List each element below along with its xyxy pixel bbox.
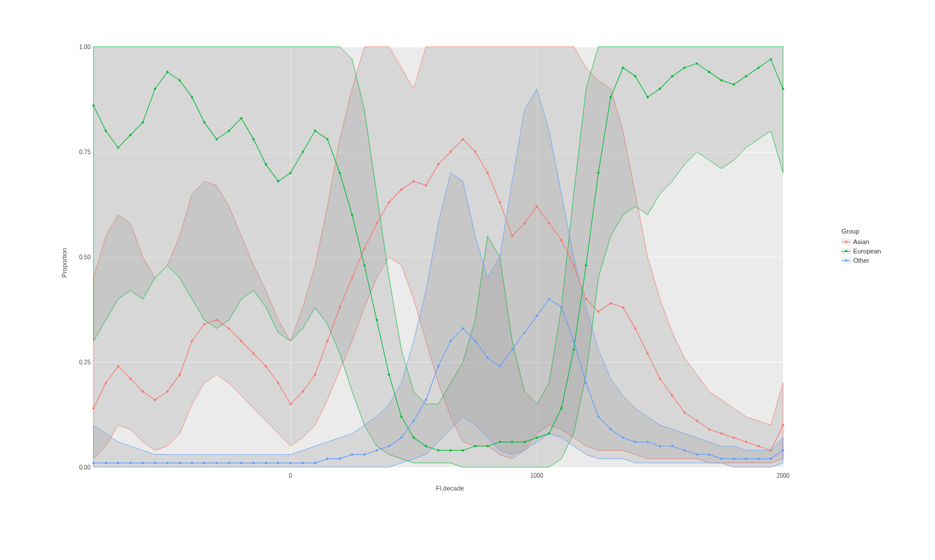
series-point — [524, 332, 526, 334]
series-point — [683, 449, 685, 451]
series-point — [338, 306, 341, 308]
series-point — [203, 462, 206, 464]
series-point — [240, 117, 243, 119]
series-point — [721, 432, 723, 434]
series-point — [351, 453, 354, 455]
series-point — [129, 462, 131, 464]
series-point — [425, 399, 427, 401]
series-point — [498, 365, 501, 367]
series-point — [388, 374, 390, 376]
series-point — [376, 222, 378, 224]
series-point — [400, 189, 403, 191]
series-point — [524, 222, 526, 224]
series-point — [179, 462, 181, 464]
series-point — [511, 441, 513, 443]
series-point — [437, 365, 439, 367]
series-point — [486, 172, 489, 174]
series-point — [129, 378, 131, 380]
series-point — [92, 462, 95, 464]
series-point — [437, 449, 439, 451]
series-point — [757, 67, 760, 69]
series-point — [782, 449, 784, 451]
series-point — [708, 71, 711, 73]
y-tick: 0.50 — [73, 254, 91, 260]
series-point — [462, 138, 464, 140]
y-axis-label: Proportion — [61, 248, 68, 278]
series-point — [154, 88, 156, 90]
series-point — [548, 222, 550, 224]
series-point — [721, 79, 723, 82]
series-point — [203, 121, 206, 124]
series-point — [646, 96, 649, 98]
series-point — [105, 130, 107, 132]
series-point — [425, 445, 427, 447]
series-point — [376, 449, 378, 451]
legend: Group AsianEuropeanOther — [842, 228, 881, 265]
series-point — [141, 121, 144, 124]
series-point — [671, 445, 673, 447]
series-point — [289, 172, 292, 174]
legend-key — [842, 238, 851, 245]
series-point — [351, 214, 354, 216]
series-point — [634, 75, 636, 77]
series-point — [425, 185, 427, 187]
series-point — [770, 449, 772, 451]
series-point — [696, 453, 698, 455]
series-point — [302, 151, 304, 153]
series-point — [166, 390, 168, 392]
series-point — [560, 306, 563, 308]
series-point — [179, 79, 181, 82]
series-point — [733, 458, 735, 460]
series-point — [240, 462, 243, 464]
series-point — [560, 239, 563, 241]
series-point — [610, 96, 612, 98]
series-point — [437, 164, 439, 166]
series-point — [683, 411, 685, 413]
series-point — [228, 130, 230, 132]
series-point — [289, 462, 292, 464]
series-point — [733, 84, 735, 86]
series-point — [413, 180, 415, 182]
series-point — [400, 416, 403, 418]
series-point — [314, 130, 316, 132]
series-point — [634, 327, 636, 329]
series-point — [696, 420, 698, 422]
series-point — [486, 445, 489, 447]
series-point — [216, 462, 218, 464]
series-point — [708, 428, 711, 430]
series-point — [683, 67, 685, 69]
series-point — [585, 382, 587, 384]
series-point — [622, 67, 624, 69]
series-point — [745, 458, 747, 460]
chart-container: 0.00 0.25 0.50 0.75 1.00 Proportion Fl.d… — [70, 35, 830, 491]
series-point — [265, 462, 267, 464]
series-point — [141, 462, 144, 464]
series-point — [524, 441, 526, 443]
series-point — [536, 315, 538, 317]
series-point — [498, 201, 501, 203]
series-point — [646, 353, 649, 355]
series-point — [622, 437, 624, 439]
series-point — [314, 374, 316, 376]
series-point — [228, 462, 230, 464]
series-point — [92, 407, 95, 409]
series-point — [449, 449, 452, 451]
series-point — [622, 306, 624, 308]
legend-item: Asian — [842, 237, 881, 246]
chart-svg — [94, 47, 783, 467]
series-point — [252, 138, 255, 140]
series-point — [548, 432, 550, 434]
y-tick: 0.75 — [73, 149, 91, 155]
series-point — [721, 458, 723, 460]
series-point — [770, 58, 772, 61]
series-point — [117, 462, 119, 464]
series-point — [363, 264, 366, 266]
series-point — [659, 378, 661, 380]
series-point — [782, 88, 784, 90]
series-point — [757, 458, 760, 460]
y-tick: 1.00 — [73, 44, 91, 50]
series-point — [240, 340, 243, 342]
series-point — [338, 172, 341, 174]
series-point — [265, 365, 267, 367]
series-point — [179, 374, 181, 376]
